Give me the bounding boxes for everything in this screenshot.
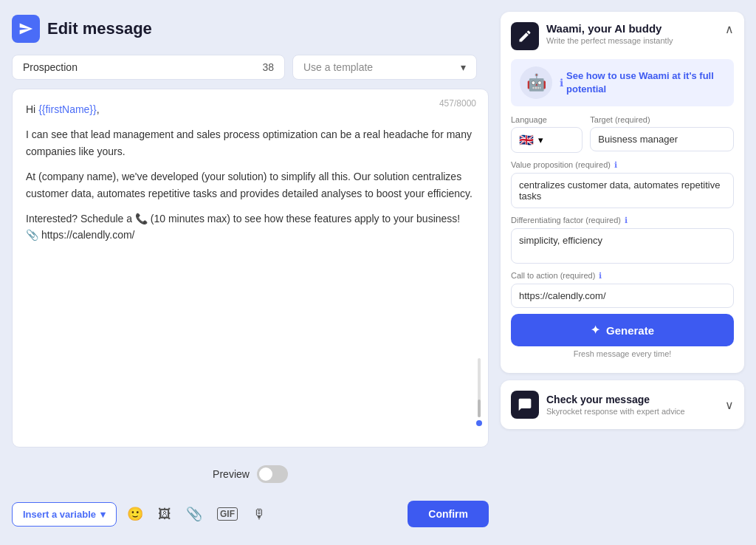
ai-card-title: Waami, your AI buddy: [546, 22, 673, 35]
target-input[interactable]: [590, 127, 734, 151]
app-icon: [12, 15, 40, 43]
right-panel: Waami, your AI buddy Write the perfect m…: [501, 12, 744, 533]
char-count: 457/8000: [439, 97, 476, 111]
sparkle-icon: ✦: [591, 323, 600, 337]
language-select[interactable]: 🇬🇧 ▾: [511, 127, 583, 153]
ai-icon-box: [511, 22, 539, 50]
bottom-toolbar: Insert a variable ▾ 🙂 🖼 📎 GIF 🎙 Confirm: [12, 496, 489, 533]
robot-avatar: 🤖: [520, 66, 552, 99]
ai-card-subtitle: Write the perfect message instantly: [546, 36, 673, 45]
check-card-title: Check your message: [546, 394, 685, 405]
ai-card: Waami, your AI buddy Write the perfect m…: [501, 12, 744, 373]
editor-toolbar: Prospection 38 Use a template ▾: [12, 55, 489, 80]
emoji-button[interactable]: 🙂: [123, 501, 148, 527]
preview-label: Preview: [213, 468, 250, 480]
template-dropdown[interactable]: Use a template ▾: [292, 55, 477, 80]
attachment-button[interactable]: 📎: [182, 501, 207, 527]
chevron-down-icon: ▾: [538, 134, 543, 145]
collapse-icon[interactable]: ∧: [725, 22, 734, 36]
cta-input[interactable]: [511, 284, 734, 308]
generate-hint: Fresh message every time!: [511, 349, 734, 358]
emoji-icon: 🙂: [127, 506, 143, 522]
insert-variable-button[interactable]: Insert a variable ▾: [12, 502, 117, 527]
page-header: Edit message: [12, 12, 489, 46]
message-body[interactable]: 457/8000 Hi {{firstName}}, I can see tha…: [13, 89, 488, 447]
firstname-variable: {{firstName}}: [38, 103, 97, 115]
chevron-down-icon: ▾: [100, 509, 106, 520]
preview-toggle[interactable]: [257, 465, 288, 483]
promo-text-link[interactable]: See how to use Waami at it's full potent…: [566, 69, 725, 96]
prospection-label: Prospection: [23, 61, 78, 73]
attachment-icon: 📎: [186, 506, 202, 522]
lang-target-row: Language 🇬🇧 ▾ Target (required): [511, 115, 734, 153]
check-card-text: Check your message Skyrocket response wi…: [546, 394, 685, 416]
image-icon: 🖼: [158, 507, 171, 522]
message-editor[interactable]: 457/8000 Hi {{firstName}}, I can see tha…: [12, 89, 489, 448]
ai-card-header: Waami, your AI buddy Write the perfect m…: [511, 22, 734, 50]
prospection-count: 38: [262, 61, 274, 73]
mic-button[interactable]: 🎙: [248, 502, 270, 527]
robot-avatar-img: 🤖: [520, 66, 552, 99]
message-p3: Interested? Schedule a 📞 (10 minutes max…: [26, 210, 475, 244]
confirm-button[interactable]: Confirm: [408, 501, 489, 527]
left-panel: Edit message Prospection 38 Use a templa…: [12, 12, 489, 533]
check-icon-box: [511, 391, 539, 419]
diff-factor-input[interactable]: simplicity, efficiency: [511, 228, 734, 264]
cta-label: Call to action (required) ℹ: [511, 271, 734, 281]
preview-row: Preview: [12, 456, 489, 487]
message-check-icon: [518, 397, 532, 412]
expand-icon[interactable]: ∨: [725, 398, 734, 412]
check-card: Check your message Skyrocket response wi…: [501, 380, 744, 429]
page-title: Edit message: [47, 19, 152, 38]
flag-icon: 🇬🇧: [519, 133, 534, 147]
gif-button[interactable]: GIF: [213, 503, 242, 525]
diff-factor-label: Differentiating factor (required) ℹ: [511, 216, 734, 225]
ai-card-text: Waami, your AI buddy Write the perfect m…: [546, 22, 673, 45]
message-greeting: Hi {{firstName}},: [26, 101, 475, 117]
scroll-indicator: [476, 358, 482, 417]
ai-promo-row: 🤖 ℹ See how to use Waami at it's full po…: [511, 59, 734, 106]
target-group: Target (required): [590, 115, 734, 153]
check-card-subtitle: Skyrocket response with expert advice: [546, 407, 685, 416]
ai-edit-icon: [518, 29, 532, 44]
message-p1: I can see that lead management and sales…: [26, 126, 475, 160]
message-p2: At (company name), we've developed (your…: [26, 168, 475, 202]
cta-group: Call to action (required) ℹ: [511, 271, 734, 308]
diff-factor-group: Differentiating factor (required) ℹ simp…: [511, 216, 734, 264]
language-label: Language: [511, 115, 583, 124]
paper-plane-icon: [18, 21, 33, 36]
language-group: Language 🇬🇧 ▾: [511, 115, 583, 153]
info-icon: ℹ: [560, 77, 563, 89]
value-prop-input[interactable]: centralizes customer data, automates rep…: [511, 173, 734, 208]
target-label: Target (required): [590, 115, 734, 124]
value-prop-group: Value proposition (required) ℹ centraliz…: [511, 160, 734, 208]
chevron-down-icon: ▾: [461, 61, 466, 73]
template-placeholder: Use a template: [303, 61, 373, 73]
generate-button[interactable]: ✦ Generate: [511, 314, 734, 346]
image-button[interactable]: 🖼: [154, 502, 176, 527]
info-icon: ℹ: [599, 271, 602, 280]
insert-variable-label: Insert a variable: [23, 509, 96, 520]
info-icon: ℹ: [614, 160, 617, 169]
prospection-badge: Prospection 38: [12, 55, 285, 80]
mic-icon: 🎙: [252, 507, 266, 522]
info-icon: ℹ: [625, 216, 628, 224]
gif-icon: GIF: [217, 507, 238, 521]
value-prop-label: Value proposition (required) ℹ: [511, 160, 734, 170]
toggle-thumb: [259, 467, 272, 481]
generate-label: Generate: [606, 324, 654, 337]
